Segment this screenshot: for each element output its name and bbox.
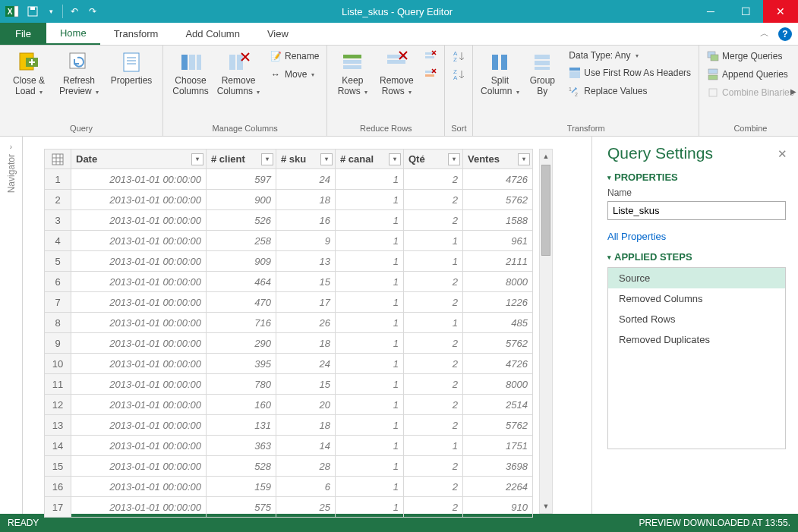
cell-canal[interactable]: 1 — [336, 456, 404, 477]
first-row-headers-button[interactable]: Use First Row As Headers — [566, 65, 694, 80]
cell-ventes[interactable]: 485 — [463, 313, 533, 333]
col-header-client[interactable]: # client▾ — [207, 149, 276, 169]
ribbon-overflow-icon[interactable]: ▶ — [790, 87, 796, 95]
tab-file[interactable]: File — [0, 23, 46, 45]
cell-date[interactable]: 2013-01-01 00:00:00 — [71, 251, 207, 272]
cell-date[interactable]: 2013-01-01 00:00:00 — [71, 292, 207, 313]
group-by-button[interactable]: GroupBy — [523, 49, 561, 99]
cell-client[interactable]: 290 — [207, 333, 276, 354]
col-header-ventes[interactable]: Ventes▾ — [463, 149, 533, 169]
cell-ventes[interactable]: 5762 — [463, 333, 533, 354]
cell-sku[interactable]: 18 — [276, 333, 336, 354]
cell-sku[interactable]: 6 — [276, 477, 336, 497]
split-column-button[interactable]: SplitColumn ▾ — [478, 49, 522, 99]
cell-date[interactable]: 2013-01-01 00:00:00 — [71, 210, 207, 231]
cell-ventes[interactable]: 2111 — [463, 251, 533, 272]
properties-button[interactable]: Properties — [105, 49, 158, 88]
move-button[interactable]: ↔Move▾ — [267, 67, 322, 82]
cell-ventes[interactable]: 5762 — [463, 415, 533, 436]
cell-date[interactable]: 2013-01-01 00:00:00 — [71, 333, 207, 354]
properties-section[interactable]: ▾PROPERTIES — [607, 172, 786, 183]
cell-sku[interactable]: 18 — [276, 190, 336, 210]
cell-date[interactable]: 2013-01-01 00:00:00 — [71, 231, 207, 251]
collapse-ribbon-icon[interactable]: ︿ — [760, 27, 769, 40]
sort-asc-button[interactable]: AZ — [449, 49, 468, 64]
cell-date[interactable]: 2013-01-01 00:00:00 — [71, 436, 207, 456]
cell-ventes[interactable]: 4726 — [463, 354, 533, 374]
cell-date[interactable]: 2013-01-01 00:00:00 — [71, 313, 207, 333]
help-icon[interactable]: ? — [778, 27, 792, 41]
cell-client[interactable]: 597 — [207, 169, 276, 190]
cell-client[interactable]: 159 — [207, 477, 276, 497]
scroll-thumb[interactable] — [541, 165, 550, 256]
cell-qte[interactable]: 2 — [404, 333, 463, 354]
combine-binaries-button[interactable]: Combine Binaries — [704, 85, 797, 100]
cell-ventes[interactable]: 2264 — [463, 477, 533, 497]
cell-date[interactable]: 2013-01-01 00:00:00 — [71, 456, 207, 477]
cell-canal[interactable]: 1 — [336, 497, 404, 518]
step-source[interactable]: Source — [608, 268, 785, 288]
cell-sku[interactable]: 15 — [276, 374, 336, 395]
qat-save-icon[interactable] — [24, 3, 41, 20]
cell-sku[interactable]: 25 — [276, 497, 336, 518]
cell-canal[interactable]: 1 — [336, 395, 404, 415]
table-row[interactable]: 162013-01-01 00:00:001596122264 — [44, 477, 533, 497]
table-row[interactable]: 72013-01-01 00:00:0047017121226 — [44, 292, 533, 313]
scroll-up-icon[interactable]: ▲ — [540, 150, 552, 163]
close-panel-icon[interactable]: ✕ — [777, 147, 787, 161]
cell-canal[interactable]: 1 — [336, 292, 404, 313]
cell-date[interactable]: 2013-01-01 00:00:00 — [71, 497, 207, 518]
table-row[interactable]: 122013-01-01 00:00:0016020122514 — [44, 395, 533, 415]
cell-client[interactable]: 528 — [207, 456, 276, 477]
cell-canal[interactable]: 1 — [336, 190, 404, 210]
cell-ventes[interactable]: 3698 — [463, 456, 533, 477]
cell-ventes[interactable]: 1751 — [463, 436, 533, 456]
close-and-load-button[interactable]: Close &Load ▾ — [5, 49, 53, 99]
cell-qte[interactable]: 1 — [404, 231, 463, 251]
tab-transform[interactable]: Transform — [100, 23, 172, 45]
cell-client[interactable]: 470 — [207, 292, 276, 313]
cell-qte[interactable]: 2 — [404, 477, 463, 497]
table-row[interactable]: 172013-01-01 00:00:005752512910 — [44, 497, 533, 518]
cell-canal[interactable]: 1 — [336, 374, 404, 395]
refresh-preview-button[interactable]: RefreshPreview ▾ — [55, 49, 103, 99]
cell-canal[interactable]: 1 — [336, 313, 404, 333]
cell-qte[interactable]: 2 — [404, 210, 463, 231]
filter-icon[interactable]: ▾ — [320, 153, 333, 165]
cell-qte[interactable]: 2 — [404, 272, 463, 292]
table-row[interactable]: 142013-01-01 00:00:0036314111751 — [44, 436, 533, 456]
remove-columns-button[interactable]: RemoveColumns ▾ — [215, 49, 262, 99]
append-queries-button[interactable]: Append Queries — [704, 67, 797, 82]
cell-ventes[interactable]: 8000 — [463, 374, 533, 395]
cell-qte[interactable]: 2 — [404, 395, 463, 415]
cell-client[interactable]: 131 — [207, 415, 276, 436]
cell-ventes[interactable]: 1588 — [463, 210, 533, 231]
filter-icon[interactable]: ▾ — [191, 153, 203, 165]
cell-sku[interactable]: 24 — [276, 169, 336, 190]
scroll-down-icon[interactable]: ▼ — [540, 499, 552, 513]
remove-errors-button[interactable] — [421, 67, 440, 82]
cell-date[interactable]: 2013-01-01 00:00:00 — [71, 374, 207, 395]
table-row[interactable]: 82013-01-01 00:00:007162611485 — [44, 313, 533, 333]
cell-sku[interactable]: 20 — [276, 395, 336, 415]
cell-qte[interactable]: 2 — [404, 374, 463, 395]
cell-canal[interactable]: 1 — [336, 169, 404, 190]
minimize-button[interactable]: ─ — [693, 0, 728, 23]
step-sorted-rows[interactable]: Sorted Rows — [608, 309, 785, 329]
cell-qte[interactable]: 2 — [404, 415, 463, 436]
cell-sku[interactable]: 18 — [276, 415, 336, 436]
filter-icon[interactable]: ▾ — [448, 153, 460, 165]
rename-button[interactable]: 📝Rename — [267, 49, 322, 64]
step-removed-columns[interactable]: Removed Columns — [608, 288, 785, 309]
filter-icon[interactable]: ▾ — [389, 153, 401, 165]
cell-ventes[interactable]: 910 — [463, 497, 533, 518]
tab-add-column[interactable]: Add Column — [172, 23, 254, 45]
cell-qte[interactable]: 1 — [404, 436, 463, 456]
col-header-sku[interactable]: # sku▾ — [276, 149, 336, 169]
cell-client[interactable]: 780 — [207, 374, 276, 395]
table-row[interactable]: 42013-01-01 00:00:00258911961 — [44, 231, 533, 251]
tab-view[interactable]: View — [254, 23, 302, 45]
table-row[interactable]: 102013-01-01 00:00:0039524124726 — [44, 354, 533, 374]
all-properties-link[interactable]: All Properties — [607, 231, 786, 242]
cell-date[interactable]: 2013-01-01 00:00:00 — [71, 272, 207, 292]
